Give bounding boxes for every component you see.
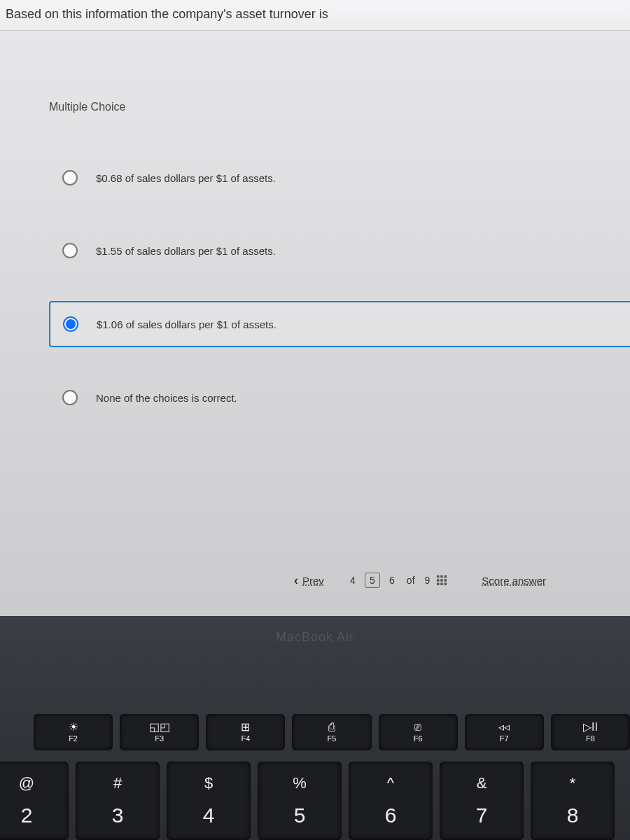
key-label: F5 [328,734,337,743]
svg-rect-1 [441,575,444,578]
key-symbol: # [113,774,122,792]
function-key-row: ☀ F2 ◱◰ F3 ⊞ F4 ⎙ F5 ⎚ F6 ◃◃ F7 ▷II F8 [0,714,630,750]
laptop-keyboard: MacBook Air ☀ F2 ◱◰ F3 ⊞ F4 ⎙ F5 ⎚ F6 ◃◃… [0,616,630,840]
key-symbol: % [293,774,307,792]
key-label: F3 [155,734,164,743]
radio-icon [62,170,78,186]
page-4[interactable]: 4 [345,573,360,588]
chevron-left-icon: ‹ [294,573,298,588]
option-label: $0.68 of sales dollars per $1 of assets. [96,172,276,184]
key-number: 2 [21,804,33,827]
key-symbol: * [570,774,576,792]
quiz-area: Multiple Choice $0.68 of sales dollars p… [0,31,630,420]
play-pause-icon: ▷II [583,722,598,733]
dnd-icon: ⎚ [414,722,421,733]
f7-key: ◃◃ F7 [465,714,544,750]
key-label: F6 [414,734,423,743]
key-3: # 3 [76,762,160,840]
key-2: @ 2 [0,762,69,840]
rewind-icon: ◃◃ [498,722,510,733]
launchpad-icon: ⊞ [241,722,250,733]
dictation-icon: ⎙ [328,722,335,733]
key-symbol: @ [19,774,34,792]
radio-icon [62,243,78,258]
pager: 4 5 6 of 9 [345,573,447,588]
f4-key: ⊞ F4 [206,714,285,750]
page-6[interactable]: 6 [384,573,400,588]
total-pages: 9 [425,575,430,586]
option-0[interactable]: $0.68 of sales dollars per $1 of assets. [49,155,630,200]
grid-icon[interactable] [437,575,447,585]
f2-key: ☀ F2 [34,714,113,750]
option-label: $1.06 of sales dollars per $1 of assets. [97,318,276,330]
key-6: ^ 6 [349,762,433,840]
prev-button[interactable]: ‹ Prev [294,573,324,588]
svg-rect-3 [437,579,440,582]
f3-key: ◱◰ F3 [120,714,199,750]
key-label: F7 [500,734,509,743]
svg-rect-2 [444,575,447,578]
key-symbol: ^ [387,774,394,792]
key-label: F4 [241,734,250,743]
of-label: of [407,575,415,586]
f6-key: ⎚ F6 [379,714,458,750]
option-label: None of the choices is correct. [96,392,237,404]
f5-key: ⎙ F5 [292,714,371,750]
key-number: 7 [476,804,488,827]
option-label: $1.55 of sales dollars per $1 of assets. [96,245,276,257]
svg-rect-7 [441,583,444,586]
page-5[interactable]: 5 [365,573,380,588]
key-5: % 5 [258,762,342,840]
brightness-icon: ☀ [69,722,78,733]
option-1[interactable]: $1.55 of sales dollars per $1 of assets. [49,228,630,273]
svg-rect-8 [444,583,447,586]
svg-rect-5 [444,579,447,582]
svg-rect-0 [437,575,440,578]
options-list: $0.68 of sales dollars per $1 of assets.… [42,155,630,420]
key-symbol: $ [204,774,213,792]
key-number: 6 [385,804,397,827]
question-text: Based on this information the company's … [0,0,630,31]
number-key-row: @ 2 # 3 $ 4 % 5 ^ 6 & 7 * 8 [0,762,630,840]
key-number: 4 [203,804,215,827]
key-label: F2 [69,734,78,743]
laptop-brand: MacBook Air [0,630,630,645]
key-number: 5 [294,804,306,827]
f8-key: ▷II F8 [551,714,630,750]
option-2[interactable]: $1.06 of sales dollars per $1 of assets. [49,301,630,347]
radio-icon [62,390,78,405]
key-label: F8 [586,734,595,743]
radio-icon [63,316,78,332]
nav-bar: ‹ Prev 4 5 6 of 9 Score answer [0,573,630,588]
multiple-choice-label: Multiple Choice [49,101,630,113]
svg-rect-6 [437,583,440,586]
prev-label: Prev [302,575,324,587]
mission-control-icon: ◱◰ [149,722,170,733]
key-4: $ 4 [167,762,251,840]
key-8: * 8 [531,762,615,840]
key-7: & 7 [440,762,524,840]
option-3[interactable]: None of the choices is correct. [49,375,630,420]
key-number: 3 [112,804,124,827]
key-symbol: & [477,774,487,792]
svg-rect-4 [441,579,444,582]
key-number: 8 [567,804,579,827]
score-answer-link[interactable]: Score answer [482,575,546,587]
